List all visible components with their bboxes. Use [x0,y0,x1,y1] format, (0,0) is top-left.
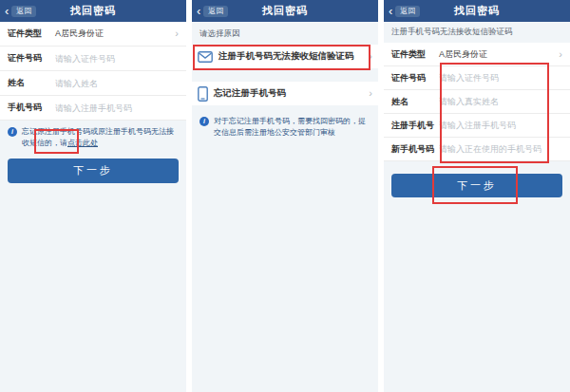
back-button[interactable]: ‹ 返回 [5,6,36,17]
field-label: 注册手机号 [391,120,439,132]
field-row-name: 姓名 [384,90,570,114]
envelope-icon [198,51,213,63]
phone-input[interactable] [55,103,179,113]
cert-number-input[interactable] [439,73,562,83]
chevron-right-icon: › [559,49,562,60]
field-row-cert-number: 证件号码 [384,66,570,90]
info-icon: i [8,127,17,137]
nav-bar: ‹ 返回 找回密码 [192,0,378,22]
back-chevron-icon: ‹ [5,5,9,17]
new-phone-input[interactable] [439,144,562,154]
click-here-link[interactable]: 点击此处 [67,139,98,147]
new-phone-form: 证件类型 A居民身份证 › 证件号码 姓名 注册手机号 新手机号码 [384,43,570,161]
chevron-right-icon: › [369,51,372,62]
screen-new-phone-form: ‹ 返回 找回密码 注册手机号码无法接收短信验证码 证件类型 A居民身份证 › … [384,0,570,392]
option-label: 忘记注册手机号码 [214,87,286,100]
cert-number-input[interactable] [55,54,179,64]
back-button[interactable]: ‹ 返回 [197,6,228,17]
section-label: 请选择原因 [192,22,378,45]
section-label: 注册手机号码无法接收短信验证码 [384,22,570,43]
field-label: 证件类型 [8,28,55,40]
field-row-registered-phone: 注册手机号 [384,114,570,138]
note-text: 忘记原注册手机号码或原注册手机号码无法接收短信的，请点击此处 [22,126,179,150]
option-label: 注册手机号码无法接收短信验证码 [218,50,354,63]
field-row-new-phone: 新手机号码 [384,138,570,161]
field-row-phone: 手机号码 [0,96,186,121]
registered-phone-input[interactable] [439,121,562,130]
field-label: 证件号码 [8,52,55,65]
next-step-button[interactable]: 下一步 [8,159,179,183]
next-step-button[interactable]: 下一步 [391,174,562,197]
field-label: 手机号码 [8,102,55,114]
field-row-cert-type[interactable]: 证件类型 A居民身份证 › [0,22,186,47]
back-chevron-icon: ‹ [389,5,392,17]
info-note: i 对于忘记注册手机号码，需要找回密码的，提交信息后需注册地公安交管部门审核 [192,110,378,143]
field-row-cert-number: 证件号码 [0,47,186,71]
chevron-right-icon: › [369,88,372,99]
back-button-label: 返回 [11,6,36,17]
recovery-form: 证件类型 A居民身份证 › 证件号码 姓名 手机号码 [0,22,186,121]
info-icon: i [200,117,209,126]
chevron-right-icon: › [175,28,179,39]
back-button-label: 返回 [395,6,420,17]
option-forgot-phone[interactable]: 忘记注册手机号码 › [192,82,378,105]
field-label: 姓名 [8,77,55,89]
field-row-name: 姓名 [0,71,186,96]
screen-choose-reason: ‹ 返回 找回密码 请选择原因 注册手机号码无法接收短信验证码 › 忘记注册手机… [192,0,378,392]
back-chevron-icon: ‹ [197,5,200,17]
cert-type-value: A居民身份证 [55,28,104,40]
field-label: 新手机号码 [391,143,439,156]
note-text: 对于忘记注册手机号码，需要找回密码的，提交信息后需注册地公安交管部门审核 [214,116,370,140]
nav-bar: ‹ 返回 找回密码 [0,0,186,22]
screen-recovery-form: ‹ 返回 找回密码 证件类型 A居民身份证 › 证件号码 姓名 手机号码 [0,0,186,392]
name-input[interactable] [55,79,179,88]
real-name-input[interactable] [439,97,562,106]
cert-type-value: A居民身份证 [439,48,487,61]
note-text-before: 忘记原注册手机号码或原注册手机号码无法接收短信的，请 [22,127,174,147]
option-sms-not-received[interactable]: 注册手机号码无法接收短信验证码 › [192,45,378,68]
field-label: 证件类型 [391,48,439,61]
field-label: 姓名 [391,96,439,108]
back-button[interactable]: ‹ 返回 [389,6,420,17]
info-note: i 忘记原注册手机号码或原注册手机号码无法接收短信的，请点击此处 [0,121,186,154]
back-button-label: 返回 [203,6,228,17]
nav-bar: ‹ 返回 找回密码 [384,0,570,22]
field-label: 证件号码 [391,72,439,84]
mobile-phone-icon [198,86,208,102]
screenshot-triptych: ‹ 返回 找回密码 证件类型 A居民身份证 › 证件号码 姓名 手机号码 [0,0,570,392]
field-row-cert-type[interactable]: 证件类型 A居民身份证 › [384,43,570,66]
